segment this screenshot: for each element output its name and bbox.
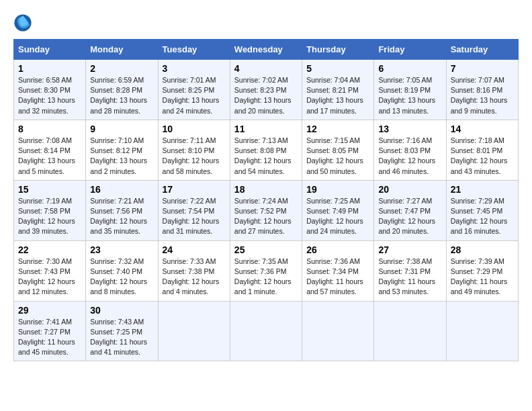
day-info: Sunrise: 7:25 AM Sunset: 7:49 PM Dayligh…	[306, 196, 369, 237]
day-number: 6	[378, 63, 441, 74]
calendar-week-2: 15 Sunrise: 7:19 AM Sunset: 7:58 PM Dayl…	[14, 180, 519, 240]
calendar-cell: 19 Sunrise: 7:25 AM Sunset: 7:49 PM Dayl…	[302, 180, 374, 240]
day-info: Sunrise: 7:38 AM Sunset: 7:31 PM Dayligh…	[378, 257, 441, 298]
col-friday: Friday	[374, 40, 446, 60]
calendar-cell: 1 Sunrise: 6:58 AM Sunset: 8:30 PM Dayli…	[14, 60, 86, 120]
day-info: Sunrise: 7:07 AM Sunset: 8:16 PM Dayligh…	[451, 75, 514, 116]
calendar-cell: 27 Sunrise: 7:38 AM Sunset: 7:31 PM Dayl…	[374, 240, 446, 301]
day-number: 17	[163, 184, 226, 195]
day-number: 10	[163, 124, 226, 134]
col-monday: Monday	[86, 40, 158, 60]
day-info: Sunrise: 7:10 AM Sunset: 8:12 PM Dayligh…	[90, 136, 153, 177]
day-info: Sunrise: 6:58 AM Sunset: 8:30 PM Dayligh…	[18, 75, 81, 116]
calendar-week-1: 8 Sunrise: 7:08 AM Sunset: 8:14 PM Dayli…	[14, 120, 519, 180]
day-info: Sunrise: 7:39 AM Sunset: 7:29 PM Dayligh…	[451, 257, 514, 298]
day-number: 1	[18, 63, 81, 74]
calendar-cell: 18 Sunrise: 7:24 AM Sunset: 7:52 PM Dayl…	[230, 180, 302, 240]
day-number: 28	[451, 244, 514, 255]
day-info: Sunrise: 7:35 AM Sunset: 7:36 PM Dayligh…	[234, 257, 298, 298]
day-number: 2	[90, 63, 153, 74]
day-number: 18	[234, 184, 298, 195]
day-info: Sunrise: 7:36 AM Sunset: 7:34 PM Dayligh…	[306, 257, 369, 298]
day-info: Sunrise: 7:43 AM Sunset: 7:25 PM Dayligh…	[90, 317, 153, 358]
calendar-cell: 30 Sunrise: 7:43 AM Sunset: 7:25 PM Dayl…	[86, 301, 158, 361]
calendar-cell	[302, 301, 374, 361]
day-number: 23	[90, 244, 153, 255]
day-number: 15	[18, 184, 81, 195]
day-info: Sunrise: 7:29 AM Sunset: 7:45 PM Dayligh…	[451, 196, 514, 237]
days-header-row: Sunday Monday Tuesday Wednesday Thursday…	[14, 40, 519, 60]
calendar-cell: 25 Sunrise: 7:35 AM Sunset: 7:36 PM Dayl…	[230, 240, 302, 301]
calendar-cell: 15 Sunrise: 7:19 AM Sunset: 7:58 PM Dayl…	[14, 180, 86, 240]
col-sunday: Sunday	[14, 40, 86, 60]
day-info: Sunrise: 7:08 AM Sunset: 8:14 PM Dayligh…	[18, 136, 81, 177]
day-info: Sunrise: 7:05 AM Sunset: 8:19 PM Dayligh…	[378, 75, 441, 116]
calendar-cell: 2 Sunrise: 6:59 AM Sunset: 8:28 PM Dayli…	[86, 60, 158, 120]
day-number: 24	[163, 244, 226, 255]
calendar-cell: 12 Sunrise: 7:15 AM Sunset: 8:05 PM Dayl…	[302, 120, 374, 180]
calendar-cell: 9 Sunrise: 7:10 AM Sunset: 8:12 PM Dayli…	[86, 120, 158, 180]
logo-icon	[13, 13, 32, 32]
day-info: Sunrise: 7:02 AM Sunset: 8:23 PM Dayligh…	[234, 75, 298, 116]
calendar-cell: 24 Sunrise: 7:33 AM Sunset: 7:38 PM Dayl…	[158, 240, 230, 301]
calendar-cell	[158, 301, 230, 361]
page-header	[13, 13, 519, 32]
day-info: Sunrise: 7:19 AM Sunset: 7:58 PM Dayligh…	[18, 196, 81, 237]
calendar-cell: 22 Sunrise: 7:30 AM Sunset: 7:43 PM Dayl…	[14, 240, 86, 301]
calendar-cell: 8 Sunrise: 7:08 AM Sunset: 8:14 PM Dayli…	[14, 120, 86, 180]
calendar-cell: 13 Sunrise: 7:16 AM Sunset: 8:03 PM Dayl…	[374, 120, 446, 180]
day-number: 16	[90, 184, 153, 195]
calendar-cell: 14 Sunrise: 7:18 AM Sunset: 8:01 PM Dayl…	[446, 120, 518, 180]
day-number: 12	[306, 124, 369, 134]
day-number: 29	[18, 305, 81, 316]
day-number: 19	[306, 184, 369, 195]
calendar-cell: 11 Sunrise: 7:13 AM Sunset: 8:08 PM Dayl…	[230, 120, 302, 180]
day-number: 9	[90, 124, 153, 134]
day-number: 3	[163, 63, 226, 74]
day-number: 20	[378, 184, 441, 195]
calendar-week-0: 1 Sunrise: 6:58 AM Sunset: 8:30 PM Dayli…	[14, 60, 519, 120]
day-info: Sunrise: 7:30 AM Sunset: 7:43 PM Dayligh…	[18, 257, 81, 298]
calendar-cell	[446, 301, 518, 361]
calendar-week-4: 29 Sunrise: 7:41 AM Sunset: 7:27 PM Dayl…	[14, 301, 519, 361]
day-number: 11	[234, 124, 298, 134]
calendar-cell: 16 Sunrise: 7:21 AM Sunset: 7:56 PM Dayl…	[86, 180, 158, 240]
day-info: Sunrise: 7:21 AM Sunset: 7:56 PM Dayligh…	[90, 196, 153, 237]
calendar-cell: 5 Sunrise: 7:04 AM Sunset: 8:21 PM Dayli…	[302, 60, 374, 120]
calendar-cell	[374, 301, 446, 361]
day-number: 22	[18, 244, 81, 255]
logo	[13, 13, 35, 32]
day-info: Sunrise: 7:13 AM Sunset: 8:08 PM Dayligh…	[234, 136, 298, 177]
col-thursday: Thursday	[302, 40, 374, 60]
col-tuesday: Tuesday	[158, 40, 230, 60]
calendar-table: Sunday Monday Tuesday Wednesday Thursday…	[13, 39, 519, 361]
day-info: Sunrise: 7:32 AM Sunset: 7:40 PM Dayligh…	[90, 257, 153, 298]
day-info: Sunrise: 7:27 AM Sunset: 7:47 PM Dayligh…	[378, 196, 441, 237]
day-number: 7	[451, 63, 514, 74]
col-wednesday: Wednesday	[230, 40, 302, 60]
day-info: Sunrise: 7:41 AM Sunset: 7:27 PM Dayligh…	[18, 317, 81, 358]
day-info: Sunrise: 7:18 AM Sunset: 8:01 PM Dayligh…	[451, 136, 514, 177]
calendar-cell: 26 Sunrise: 7:36 AM Sunset: 7:34 PM Dayl…	[302, 240, 374, 301]
day-number: 5	[306, 63, 369, 74]
calendar-cell: 28 Sunrise: 7:39 AM Sunset: 7:29 PM Dayl…	[446, 240, 518, 301]
calendar-cell: 29 Sunrise: 7:41 AM Sunset: 7:27 PM Dayl…	[14, 301, 86, 361]
day-number: 8	[18, 124, 81, 134]
col-saturday: Saturday	[446, 40, 518, 60]
day-number: 25	[234, 244, 298, 255]
day-number: 13	[378, 124, 441, 134]
calendar-cell: 23 Sunrise: 7:32 AM Sunset: 7:40 PM Dayl…	[86, 240, 158, 301]
calendar-cell: 21 Sunrise: 7:29 AM Sunset: 7:45 PM Dayl…	[446, 180, 518, 240]
calendar-cell: 20 Sunrise: 7:27 AM Sunset: 7:47 PM Dayl…	[374, 180, 446, 240]
day-info: Sunrise: 7:33 AM Sunset: 7:38 PM Dayligh…	[163, 257, 226, 298]
day-info: Sunrise: 7:01 AM Sunset: 8:25 PM Dayligh…	[163, 75, 226, 116]
calendar-cell: 7 Sunrise: 7:07 AM Sunset: 8:16 PM Dayli…	[446, 60, 518, 120]
calendar-week-3: 22 Sunrise: 7:30 AM Sunset: 7:43 PM Dayl…	[14, 240, 519, 301]
day-info: Sunrise: 7:11 AM Sunset: 8:10 PM Dayligh…	[163, 136, 226, 177]
day-info: Sunrise: 7:15 AM Sunset: 8:05 PM Dayligh…	[306, 136, 369, 177]
day-info: Sunrise: 7:22 AM Sunset: 7:54 PM Dayligh…	[163, 196, 226, 237]
day-number: 14	[451, 124, 514, 134]
calendar-cell	[230, 301, 302, 361]
day-info: Sunrise: 7:24 AM Sunset: 7:52 PM Dayligh…	[234, 196, 298, 237]
calendar-cell: 4 Sunrise: 7:02 AM Sunset: 8:23 PM Dayli…	[230, 60, 302, 120]
